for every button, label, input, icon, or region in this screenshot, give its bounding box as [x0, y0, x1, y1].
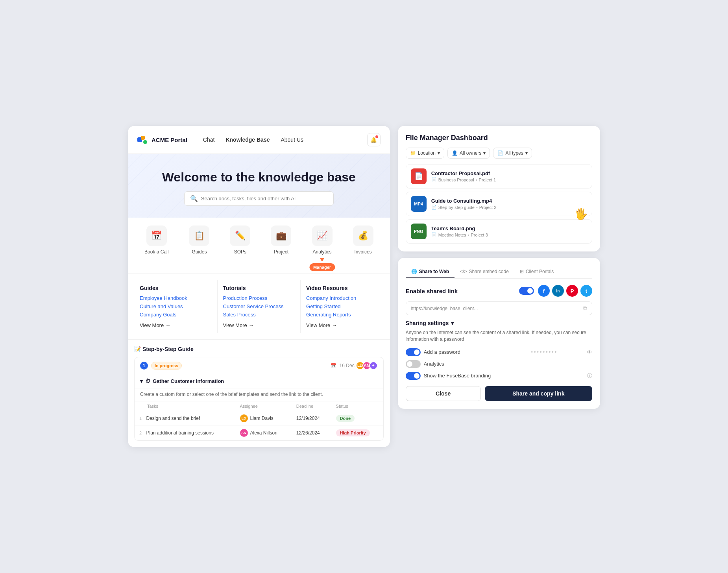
- nav-about-us[interactable]: About Us: [281, 137, 303, 143]
- tab-embed-code[interactable]: </> Share embed code: [455, 266, 514, 278]
- task-table: Tasks Assignee Deadline Status 1 Design …: [135, 401, 383, 440]
- tutorials-view-more[interactable]: View More →: [223, 322, 295, 328]
- deadline-1-cell: 12/19/2024: [292, 411, 331, 425]
- doc-icon-2: 📄: [431, 205, 437, 210]
- pinterest-button[interactable]: P: [566, 285, 578, 297]
- status-2-cell: High Priority: [331, 425, 383, 440]
- analytics-toggle[interactable]: [406, 360, 421, 368]
- col-assignee: Assignee: [235, 401, 292, 411]
- guides-section: Guides Employee Handbook Culture and Val…: [134, 280, 218, 333]
- guide-link-0[interactable]: Employee Handbook: [140, 295, 212, 301]
- tutorials-section: Tutorials Production Process Customer Se…: [218, 280, 301, 333]
- quick-link-guides[interactable]: 📋 Guides: [189, 226, 209, 266]
- search-bar[interactable]: 🔍: [184, 191, 334, 206]
- chevron-down-icon-2: ▾: [483, 150, 486, 156]
- portal-icon: ⊞: [520, 269, 524, 274]
- analytics-icon: 📈: [312, 226, 333, 246]
- guide-link-1[interactable]: Culture and Values: [140, 303, 212, 309]
- project-icon: 💼: [271, 226, 291, 246]
- file-item-1[interactable]: MP4 Guide to Consulting.mp4 📄 Step-by-st…: [406, 192, 592, 216]
- video-link-0[interactable]: Company Introduction: [306, 295, 378, 301]
- nav-links: Chat Knowledge Base About Us: [203, 137, 303, 143]
- sharing-settings-label: Sharing settings: [406, 320, 449, 326]
- tab-share-to-web[interactable]: 🌐 Share to Web: [406, 266, 455, 278]
- branding-toggle[interactable]: [406, 372, 421, 380]
- filter-types[interactable]: 📄 All types ▾: [493, 148, 532, 159]
- step-number: 1: [140, 362, 148, 370]
- quick-link-invoices[interactable]: 💰 Invoices: [353, 226, 373, 266]
- file-list: 📄 Contractor Proposal.pdf 📄 Business Pro…: [406, 164, 592, 244]
- twitter-button[interactable]: t: [580, 285, 592, 297]
- nav-knowledge-base[interactable]: Knowledge Base: [225, 137, 270, 143]
- password-dots: •••••••••: [505, 349, 584, 355]
- file-name-2: Team's Board.png: [431, 226, 587, 231]
- logo-icon: [137, 134, 148, 145]
- quick-link-sops[interactable]: ✏️ SOPs: [230, 226, 250, 266]
- project-label: Project: [274, 249, 288, 255]
- arrow-right-icon: →: [165, 322, 170, 328]
- copy-icon[interactable]: ⧉: [583, 305, 587, 312]
- filter-location[interactable]: 📁 Location ▾: [406, 148, 444, 159]
- task-name: Gather Customer Information: [153, 378, 224, 384]
- search-input[interactable]: [201, 196, 328, 201]
- tutorial-link-1[interactable]: Customer Service Process: [223, 303, 295, 309]
- file-item-0[interactable]: 📄 Contractor Proposal.pdf 📄 Business Pro…: [406, 164, 592, 189]
- arrow-right-icon-3: →: [332, 322, 337, 328]
- file-meta-2: 📄 Meeting Notes • Project 3: [431, 232, 587, 237]
- file-name-0: Contractor Proposal.pdf: [431, 170, 587, 176]
- action-buttons: Close Share and copy link: [406, 386, 592, 401]
- file-manager-title: File Manager Dashboard: [406, 134, 592, 142]
- guide-card: 1 In progress 📅 16 Dec LD AN + ▾: [134, 357, 384, 441]
- password-toggle[interactable]: [406, 348, 421, 356]
- quick-links-row: 📅 Book a Call 📋 Guides ✏️ SOPs 💼 Project…: [128, 218, 390, 274]
- step-guide-title: 📝 Step-by-Step Guide: [134, 346, 384, 352]
- quick-link-analytics[interactable]: 📈 Analytics Manager: [312, 226, 333, 255]
- guide-desc: Create a custom form or select one of th…: [135, 388, 383, 401]
- guides-view-more[interactable]: View More →: [140, 322, 212, 328]
- guide-link-2[interactable]: Company Goals: [140, 312, 212, 318]
- nav-chat[interactable]: Chat: [203, 137, 215, 143]
- avatars: LD AN +: [358, 361, 378, 370]
- book-call-label: Book a Call: [144, 249, 168, 255]
- video-link-1[interactable]: Getting Started: [306, 303, 378, 309]
- video-view-more[interactable]: View More →: [306, 322, 378, 328]
- task-icon: ⏱: [145, 378, 150, 384]
- sharing-settings-row[interactable]: Sharing settings ▾: [406, 320, 592, 326]
- portal-header: ACME Portal Chat Knowledge Base About Us…: [128, 126, 390, 154]
- linkedin-button[interactable]: in: [552, 285, 564, 297]
- filter-owners[interactable]: 👤 All owners ▾: [447, 148, 490, 159]
- doc-icon: 📄: [431, 177, 437, 182]
- social-buttons: f in P t: [538, 285, 592, 297]
- enable-link-toggle[interactable]: [519, 287, 534, 295]
- sops-label: SOPs: [234, 249, 246, 255]
- file-manager: File Manager Dashboard 📁 Location ▾ 👤 Al…: [398, 126, 600, 251]
- quick-link-book-call[interactable]: 📅 Book a Call: [144, 226, 168, 266]
- quick-link-project[interactable]: 💼 Project: [271, 226, 291, 266]
- task-2-cell: 2 Plan additional training sessions: [135, 425, 235, 440]
- tab-client-portals[interactable]: ⊞ Client Portals: [514, 266, 559, 278]
- globe-icon: 🌐: [411, 269, 417, 274]
- close-button[interactable]: Close: [406, 386, 481, 401]
- notification-dot: [375, 135, 378, 138]
- facebook-button[interactable]: f: [538, 285, 550, 297]
- guides-label: Guides: [192, 249, 207, 255]
- guide-card-header: 1 In progress 📅 16 Dec LD AN +: [135, 357, 383, 374]
- invoices-label: Invoices: [355, 249, 372, 255]
- file-info-0: Contractor Proposal.pdf 📄 Business Propo…: [431, 170, 587, 182]
- status-done-badge: Done: [336, 415, 355, 422]
- person-icon: 👤: [452, 150, 458, 156]
- share-copy-link-button[interactable]: Share and copy link: [485, 386, 592, 401]
- guide-status-row: 1 In progress: [140, 362, 182, 370]
- link-url: https://knowledge_base_client...: [411, 306, 478, 311]
- notifications-button[interactable]: 🔔: [367, 133, 381, 146]
- help-icon: ⓘ: [587, 372, 592, 379]
- file-item-2[interactable]: PNG Team's Board.png 📄 Meeting Notes • P…: [406, 219, 592, 244]
- eye-icon-button[interactable]: 👁: [587, 349, 592, 355]
- video-link-2[interactable]: Generating Reports: [306, 312, 378, 318]
- tutorial-link-2[interactable]: Sales Process: [223, 312, 295, 318]
- tutorial-link-0[interactable]: Production Process: [223, 295, 295, 301]
- file-thumb-pdf: 📄: [411, 168, 427, 184]
- file-thumb-mp4: MP4: [411, 196, 427, 212]
- arrow-right-icon-2: →: [249, 322, 254, 328]
- invoices-icon: 💰: [353, 226, 373, 246]
